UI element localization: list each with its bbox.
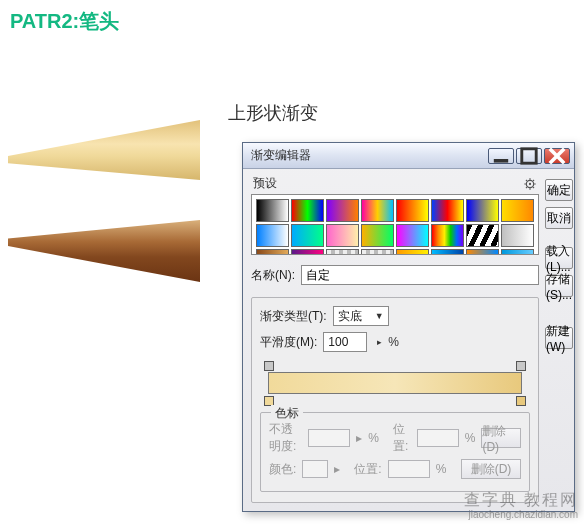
color-location-field xyxy=(388,460,430,478)
load-button[interactable]: 载入(L)... xyxy=(545,247,573,269)
color-picker-icon: ▸ xyxy=(334,462,340,476)
presets-menu-icon[interactable] xyxy=(523,177,537,191)
preset-swatch[interactable] xyxy=(326,249,359,255)
gradient-editor-window: 渐变编辑器 预设 名称(N): xyxy=(242,142,575,512)
opacity-location-field xyxy=(417,429,459,447)
save-button[interactable]: 存储(S)... xyxy=(545,275,573,297)
preset-swatch[interactable] xyxy=(431,249,464,255)
preset-swatch[interactable] xyxy=(396,199,429,222)
smoothness-input[interactable]: 100 xyxy=(323,332,367,352)
opacity-stop-left[interactable] xyxy=(264,361,274,371)
pencil-tip-upper xyxy=(8,120,200,180)
preset-swatch[interactable] xyxy=(501,249,534,255)
preset-swatch[interactable] xyxy=(361,224,394,247)
presets-label: 预设 xyxy=(253,175,277,192)
gradient-options-group: 渐变类型(T): 实底 ▼ 平滑度(M): 100 ▸ % xyxy=(251,297,539,503)
smoothness-value: 100 xyxy=(328,335,348,349)
colorstop-legend: 色标 xyxy=(271,405,303,422)
preset-swatch[interactable] xyxy=(256,224,289,247)
page-heading: PATR2:笔头 xyxy=(10,8,119,35)
watermark-line2: jiaocheng.chazidian.com xyxy=(464,509,578,520)
watermark: 查字典 教程网 jiaocheng.chazidian.com xyxy=(464,491,578,520)
titlebar[interactable]: 渐变编辑器 xyxy=(243,143,574,169)
gradient-strip[interactable] xyxy=(268,372,522,394)
preset-swatch[interactable] xyxy=(466,199,499,222)
pencil-tip-lower xyxy=(8,220,200,282)
gradient-type-select[interactable]: 实底 ▼ xyxy=(333,306,389,326)
preset-swatch[interactable] xyxy=(256,199,289,222)
percent-symbol: % xyxy=(465,431,476,445)
color-stop-right[interactable] xyxy=(516,396,526,406)
opacity-stepper-icon: ▸ xyxy=(356,431,362,445)
minimize-button[interactable] xyxy=(488,148,514,164)
svg-line-11 xyxy=(533,187,534,188)
ok-button[interactable]: 确定 xyxy=(545,179,573,201)
percent-symbol: % xyxy=(368,431,379,445)
svg-line-10 xyxy=(526,179,527,180)
svg-rect-1 xyxy=(522,148,536,162)
preset-swatch[interactable] xyxy=(361,199,394,222)
color-swatch xyxy=(302,460,328,478)
svg-line-12 xyxy=(533,179,534,180)
close-button[interactable] xyxy=(544,148,570,164)
opacity-field-label: 不透明度: xyxy=(269,421,302,455)
name-input[interactable] xyxy=(301,265,539,285)
preset-swatch[interactable] xyxy=(291,224,324,247)
preset-swatch[interactable] xyxy=(466,224,499,247)
svg-point-5 xyxy=(529,182,531,184)
svg-line-13 xyxy=(526,187,527,188)
color-field-label: 颜色: xyxy=(269,461,296,478)
preset-swatch[interactable] xyxy=(291,199,324,222)
delete-color-stop-button: 删除(D) xyxy=(461,459,521,479)
location-field-label: 位置: xyxy=(393,421,411,455)
smoothness-label: 平滑度(M): xyxy=(260,334,317,351)
delete-opacity-stop-button: 删除(D) xyxy=(481,428,521,448)
shape-caption: 上形状渐变 xyxy=(228,101,318,125)
preset-swatch[interactable] xyxy=(431,199,464,222)
watermark-line1: 查字典 教程网 xyxy=(464,491,578,509)
preset-swatch[interactable] xyxy=(326,199,359,222)
gradient-type-label: 渐变类型(T): xyxy=(260,308,327,325)
window-title: 渐变编辑器 xyxy=(251,147,488,164)
cancel-button[interactable]: 取消 xyxy=(545,207,573,229)
preset-swatch[interactable] xyxy=(501,199,534,222)
percent-symbol: % xyxy=(436,462,447,476)
preset-swatch[interactable] xyxy=(501,224,534,247)
preset-swatch[interactable] xyxy=(466,249,499,255)
name-label: 名称(N): xyxy=(251,267,295,284)
preset-swatch[interactable] xyxy=(256,249,289,255)
percent-symbol: % xyxy=(388,335,399,349)
location-field-label: 位置: xyxy=(354,461,381,478)
chevron-down-icon: ▼ xyxy=(375,311,384,321)
new-button[interactable]: 新建(W) xyxy=(545,327,573,349)
preset-swatch[interactable] xyxy=(361,249,394,255)
gradient-strip-area[interactable] xyxy=(260,360,530,406)
opacity-field xyxy=(308,429,350,447)
opacity-stop-right[interactable] xyxy=(516,361,526,371)
preset-swatch[interactable] xyxy=(396,249,429,255)
presets-box xyxy=(251,194,539,255)
maximize-button[interactable] xyxy=(516,148,542,164)
gradient-type-value: 实底 xyxy=(338,308,362,325)
preset-swatch[interactable] xyxy=(431,224,464,247)
preset-swatch[interactable] xyxy=(291,249,324,255)
preset-swatch[interactable] xyxy=(326,224,359,247)
preset-swatch[interactable] xyxy=(396,224,429,247)
colorstop-group: 色标 不透明度: ▸ % 位置: % 删除(D) 颜色: ▸ 位置: xyxy=(260,412,530,492)
smoothness-stepper-icon[interactable]: ▸ xyxy=(377,337,382,347)
